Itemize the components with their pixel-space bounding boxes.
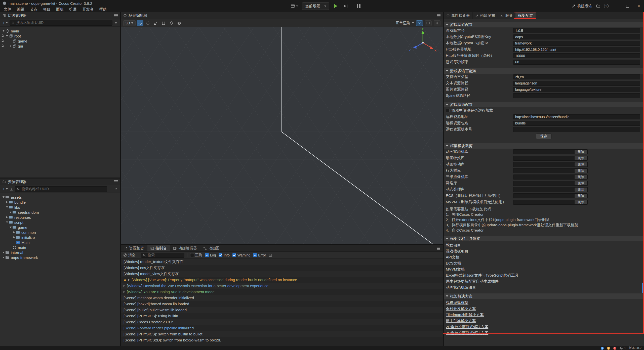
hierarchy-search-input[interactable]: 搜索名称或 UUID <box>10 20 112 26</box>
create-asset-button[interactable]: + <box>3 187 8 192</box>
inspector-tab-0[interactable]: 属性检查器 <box>444 12 473 19</box>
log-row[interactable]: [Window] render_texture文件夹存在 <box>121 259 443 265</box>
notification-badge[interactable]: 0 <box>620 346 626 350</box>
field-input[interactable] <box>513 121 640 126</box>
checkbox-icon[interactable] <box>232 253 236 257</box>
help-icon[interactable]: ? <box>604 4 609 8</box>
expand-arrow-icon[interactable] <box>124 291 125 293</box>
console-tab-3[interactable]: 动画图 <box>200 245 223 251</box>
error-count-badge[interactable]: 0 <box>613 347 616 350</box>
tree-item-seedrandom[interactable]: seedrandom <box>0 210 120 215</box>
scene-viewport[interactable]: Y X Z <box>121 27 443 244</box>
log-row[interactable]: [Window] Download the Vue Devtools exten… <box>121 283 443 289</box>
filter-info[interactable]: Info <box>219 253 229 257</box>
collapse-logs-icon[interactable] <box>269 253 272 257</box>
field-input[interactable] <box>513 28 640 33</box>
expand-arrow-icon[interactable] <box>5 205 9 209</box>
doc-link[interactable]: Tiledmap地图解决方案 <box>446 312 484 318</box>
menu-item-2[interactable]: 节点 <box>27 7 40 12</box>
field-input[interactable] <box>513 53 640 58</box>
coordinate-space-button[interactable] <box>176 20 182 26</box>
warning-count-badge[interactable]: 1 <box>607 347 610 350</box>
doc-link[interactable]: 战棋游戏框架 <box>446 300 468 306</box>
tree-item-main[interactable]: main <box>0 28 120 33</box>
console-tab-2[interactable]: 动画编辑器 <box>170 245 200 251</box>
expand-arrow-icon[interactable] <box>12 231 16 234</box>
menu-item-4[interactable]: 面板 <box>53 7 66 12</box>
filter-icon[interactable] <box>114 21 118 25</box>
tree-item-libs[interactable]: libs <box>0 205 120 210</box>
open-folder-icon[interactable] <box>596 4 600 8</box>
tree-item-resources[interactable]: resources <box>0 215 120 220</box>
expand-arrow-icon[interactable] <box>9 226 12 229</box>
checkbox-icon[interactable] <box>253 253 257 257</box>
expand-arrow-icon[interactable] <box>2 251 5 254</box>
doc-link[interactable]: 2D角色扮演游戏解决方案 <box>446 324 488 330</box>
expand-arrow-icon[interactable] <box>9 210 12 214</box>
log-row[interactable]: [Scene] [bullet]:bullet wasm lib loaded. <box>121 307 443 313</box>
log-row[interactable]: [Window] [Vue warn]: Property "onInput" … <box>121 277 443 283</box>
console-tab-0[interactable]: 资源预览 <box>121 245 147 251</box>
menu-item-0[interactable]: 文件 <box>1 7 14 12</box>
lighting-toggle-button[interactable] <box>416 20 423 26</box>
scale-tool-button[interactable] <box>152 20 159 26</box>
tree-item-game[interactable]: game <box>0 225 120 230</box>
section-header[interactable]: 游戏多语言配置 <box>444 68 644 74</box>
expand-arrow-icon[interactable] <box>128 279 130 281</box>
expand-arrow-icon[interactable] <box>5 221 9 224</box>
tree-item-script[interactable]: script <box>0 220 120 225</box>
menu-item-6[interactable]: 开发者 <box>79 7 96 12</box>
tree-item-main[interactable]: main <box>0 245 120 250</box>
log-row[interactable]: [Window] ecs文件夹存在 <box>121 265 443 271</box>
checkbox-icon[interactable] <box>219 253 222 257</box>
tree-item-oops-framework[interactable]: oops-framework <box>0 255 120 260</box>
console-tab-1[interactable]: 控制台 <box>147 245 170 251</box>
expand-arrow-icon[interactable] <box>5 215 9 219</box>
filter-warning[interactable]: Warning <box>232 253 251 257</box>
doc-link[interactable]: Excel格式转Json文件与TypeScript代码工具 <box>446 272 518 278</box>
menu-item-5[interactable]: 扩展 <box>66 7 79 12</box>
section-header[interactable]: 游戏基础配置 <box>444 22 644 27</box>
tree-item-internal[interactable]: internal <box>0 250 120 255</box>
menu-item-3[interactable]: 项目 <box>40 7 53 12</box>
menu-item-1[interactable]: 编辑 <box>14 7 27 12</box>
doc-link[interactable]: 新手引导解决方案 <box>446 318 476 324</box>
log-row[interactable]: [Scene] meshopt wasm decoder initialized <box>121 295 443 301</box>
delete-button[interactable]: 删除 <box>574 187 587 192</box>
section-header[interactable]: 框架解决方案 <box>444 293 644 299</box>
field-input[interactable] <box>513 60 640 65</box>
inspector-tab-1[interactable]: 构建发布 <box>473 12 498 19</box>
log-row[interactable]: [Window] model_view文件夹存在 <box>121 271 443 277</box>
console-search-input[interactable]: 搜索 <box>141 253 184 258</box>
log-row[interactable]: [Scene] Cocos Creator v3.8.2 <box>121 319 443 325</box>
panel-menu-icon[interactable] <box>437 248 440 249</box>
checkbox-icon[interactable] <box>446 109 450 112</box>
create-node-button[interactable]: + <box>3 20 8 25</box>
tree-item-Main[interactable]: TSMain <box>0 240 120 245</box>
log-row[interactable]: [Window] You are running Vue in developm… <box>121 289 443 295</box>
regex-toggle[interactable]: 正则 <box>190 253 202 257</box>
assets-search-input[interactable]: 搜索名称或 UUID <box>15 186 107 192</box>
maximize-button[interactable] <box>624 3 631 9</box>
filter-log[interactable]: Log <box>205 253 216 257</box>
log-row[interactable]: [Scene] [box2d]:box2d wasm lib loaded. <box>121 301 443 307</box>
play-button[interactable] <box>332 2 339 10</box>
field-input[interactable] <box>513 81 640 86</box>
move-tool-button[interactable] <box>137 20 143 26</box>
tree-item-gui[interactable]: gui <box>0 43 120 49</box>
expand-arrow-icon[interactable] <box>2 256 5 259</box>
dimension-toggle[interactable]: 3D <box>123 20 136 26</box>
preview-device-select[interactable] <box>289 3 300 9</box>
scene-select[interactable]: 当前场景 <box>302 2 329 10</box>
log-row[interactable]: [Scene] Forward render pipeline initiali… <box>121 325 443 331</box>
expand-arrow-icon[interactable] <box>2 29 5 33</box>
log-row[interactable]: [Scene] [PHYSICS2D]: switch from box2d-w… <box>121 337 443 343</box>
rect-tool-button[interactable] <box>160 20 167 26</box>
delete-button[interactable]: 删除 <box>574 162 587 167</box>
panel-menu-icon[interactable] <box>114 15 118 16</box>
tree-item-initialize[interactable]: initialize <box>0 235 120 240</box>
layout-button[interactable] <box>355 2 362 10</box>
panel-menu-icon[interactable] <box>437 15 440 16</box>
field-input[interactable] <box>513 87 640 92</box>
doc-link[interactable]: 动画状态机编辑器 <box>446 284 476 290</box>
